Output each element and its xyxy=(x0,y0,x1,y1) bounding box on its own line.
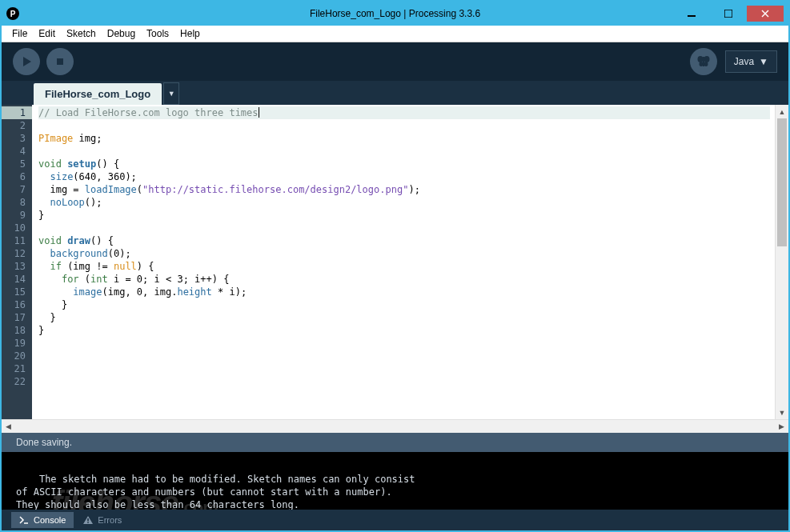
console-output[interactable]: The sketch name had to be modified. Sket… xyxy=(2,452,788,510)
svg-rect-10 xyxy=(703,57,704,66)
line-number: 1 xyxy=(2,106,32,119)
code-line[interactable]: } xyxy=(38,311,770,324)
menubar: File Edit Sketch Debug Tools Help xyxy=(2,26,788,42)
svg-point-9 xyxy=(704,62,708,66)
code-line[interactable]: for (int i = 0; i < 3; i++) { xyxy=(38,273,770,286)
code-line[interactable]: image(img, 0, img.height * i); xyxy=(38,286,770,298)
run-button[interactable] xyxy=(13,48,40,75)
debug-mode-button[interactable] xyxy=(690,48,717,75)
code-line[interactable] xyxy=(38,375,770,388)
minimize-button[interactable] xyxy=(673,6,710,22)
code-line[interactable]: } xyxy=(38,209,770,222)
line-number: 4 xyxy=(2,145,32,158)
play-icon xyxy=(21,56,32,67)
code-area[interactable]: // Load FileHorse.com logo three times P… xyxy=(32,105,775,419)
line-number: 18 xyxy=(2,324,32,337)
line-number: 12 xyxy=(2,247,32,260)
vertical-scrollbar[interactable]: ▲ ▼ xyxy=(775,105,788,419)
errors-tab[interactable]: Errors xyxy=(75,512,130,528)
tab-menu-button[interactable]: ▼ xyxy=(163,82,179,105)
console-tab-label: Console xyxy=(34,515,66,525)
menu-sketch[interactable]: Sketch xyxy=(61,26,102,41)
console-tab[interactable]: Console xyxy=(11,512,74,528)
code-line[interactable] xyxy=(38,337,770,350)
line-gutter: 12345678910111213141516171819202122 xyxy=(2,105,32,419)
menu-file[interactable]: File xyxy=(6,26,33,41)
code-line[interactable]: void setup() { xyxy=(38,158,770,170)
code-line[interactable] xyxy=(38,350,770,362)
line-number: 19 xyxy=(2,337,32,350)
code-line[interactable]: // Load FileHorse.com logo three times xyxy=(38,106,770,119)
menu-edit[interactable]: Edit xyxy=(33,26,61,41)
line-number: 2 xyxy=(2,119,32,132)
status-message: Done saving. xyxy=(16,437,72,448)
svg-rect-13 xyxy=(88,518,90,522)
horizontal-scrollbar[interactable]: ◀ ▶ xyxy=(2,419,788,433)
menu-debug[interactable]: Debug xyxy=(102,26,141,41)
scrollbar-thumb[interactable] xyxy=(777,118,787,246)
code-line[interactable]: void draw() { xyxy=(38,234,770,247)
chevron-down-icon: ▼ xyxy=(759,56,768,67)
line-number: 10 xyxy=(2,222,32,234)
scroll-down-arrow[interactable]: ▼ xyxy=(776,406,788,419)
line-number: 7 xyxy=(2,183,32,196)
line-number: 16 xyxy=(2,298,32,311)
line-number: 20 xyxy=(2,350,32,362)
maximize-button[interactable] xyxy=(710,6,747,22)
code-line[interactable] xyxy=(38,145,770,158)
line-number: 11 xyxy=(2,234,32,247)
scroll-left-arrow[interactable]: ◀ xyxy=(2,420,15,434)
scroll-right-arrow[interactable]: ▶ xyxy=(775,420,788,434)
code-line[interactable]: PImage img; xyxy=(38,132,770,145)
line-number: 8 xyxy=(2,196,32,209)
language-label: Java xyxy=(734,56,754,67)
line-number: 3 xyxy=(2,132,32,145)
warning-icon xyxy=(83,516,93,524)
line-number: 21 xyxy=(2,362,32,375)
code-line[interactable] xyxy=(38,119,770,132)
sketch-tab[interactable]: FileHorse_com_Logo xyxy=(34,83,162,105)
titlebar: P FileHorse_com_Logo | Processing 3.3.6 xyxy=(2,2,788,26)
stop-icon xyxy=(54,56,66,67)
menu-tools[interactable]: Tools xyxy=(141,26,174,41)
code-line[interactable]: if (img != null) { xyxy=(38,260,770,273)
svg-rect-1 xyxy=(724,10,732,18)
svg-rect-14 xyxy=(88,522,90,524)
close-button[interactable] xyxy=(747,6,784,22)
editor: 12345678910111213141516171819202122 // L… xyxy=(2,105,788,433)
svg-rect-5 xyxy=(57,58,63,65)
language-selector[interactable]: Java ▼ xyxy=(725,50,777,73)
line-number: 5 xyxy=(2,158,32,170)
code-line[interactable]: size(640, 360); xyxy=(38,170,770,183)
svg-point-7 xyxy=(704,56,709,62)
line-number: 22 xyxy=(2,375,32,388)
line-number: 9 xyxy=(2,209,32,222)
code-line[interactable]: img = loadImage("http://static.filehorse… xyxy=(38,183,770,196)
line-number: 15 xyxy=(2,286,32,298)
svg-rect-0 xyxy=(688,15,696,17)
console-text: The sketch name had to be modified. Sket… xyxy=(16,474,415,510)
code-line[interactable]: background(0); xyxy=(38,247,770,260)
line-number: 13 xyxy=(2,260,32,273)
app-icon: P xyxy=(6,7,19,20)
code-line[interactable]: } xyxy=(38,298,770,311)
line-number: 17 xyxy=(2,311,32,324)
sketch-tabbar: FileHorse_com_Logo ▼ xyxy=(2,81,788,105)
code-line[interactable] xyxy=(38,222,770,234)
svg-point-8 xyxy=(699,62,703,66)
code-line[interactable]: } xyxy=(38,324,770,337)
console-icon xyxy=(19,516,29,524)
svg-point-6 xyxy=(697,56,703,62)
window-title: FileHorse_com_Logo | Processing 3.3.6 xyxy=(310,8,480,19)
code-line[interactable] xyxy=(38,362,770,375)
statusbar: Done saving. xyxy=(2,433,788,452)
line-number: 6 xyxy=(2,170,32,183)
code-line[interactable]: noLoop(); xyxy=(38,196,770,209)
errors-tab-label: Errors xyxy=(98,515,122,525)
scroll-up-arrow[interactable]: ▲ xyxy=(776,105,788,118)
window-controls xyxy=(673,6,784,22)
menu-help[interactable]: Help xyxy=(174,26,206,41)
stop-button[interactable] xyxy=(46,48,74,75)
svg-marker-4 xyxy=(23,57,31,66)
toolbar: Java ▼ xyxy=(2,42,788,81)
